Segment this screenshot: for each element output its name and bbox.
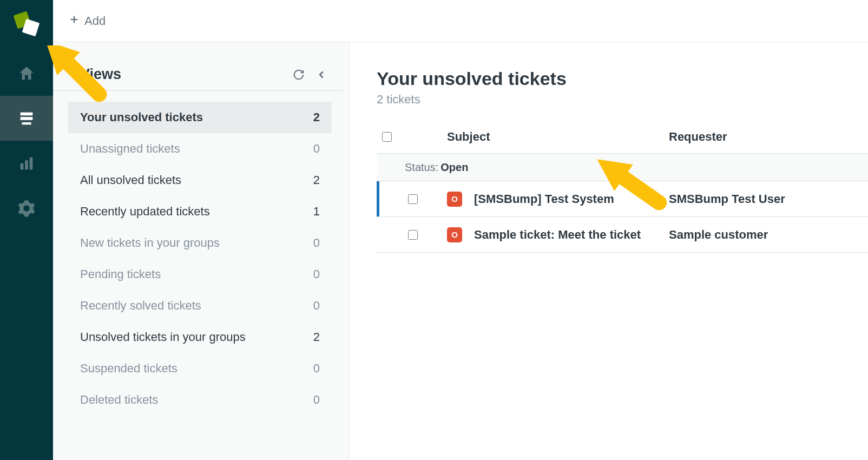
status-badge: O <box>447 192 462 207</box>
view-label: New tickets in your groups <box>80 236 220 250</box>
table-header: Subject Requester <box>377 121 868 153</box>
nav-admin[interactable] <box>0 186 53 231</box>
svg-rect-3 <box>21 163 24 169</box>
views-header: Views <box>53 55 343 91</box>
brand-logo <box>12 11 41 40</box>
ticket-checkbox[interactable] <box>408 194 418 204</box>
ticket-checkbox-cell <box>377 228 447 241</box>
view-label: Suspended tickets <box>80 362 177 376</box>
main-content: Your unsolved tickets 2 tickets Subject … <box>350 42 868 460</box>
views-panel: Views Your unsolved tickets2Unassigned t… <box>53 42 350 460</box>
view-count: 0 <box>313 267 320 281</box>
view-row[interactable]: Suspended tickets0 <box>68 353 332 384</box>
ticket-checkbox-cell <box>377 193 447 206</box>
view-label: All unsolved tickets <box>80 173 181 187</box>
view-row[interactable]: Deleted tickets0 <box>68 384 332 416</box>
view-count: 0 <box>313 299 320 313</box>
page-title: Your unsolved tickets <box>377 68 868 89</box>
status-badge: O <box>447 227 462 242</box>
ticket-row[interactable]: OSample ticket: Meet the ticketSample cu… <box>377 217 868 253</box>
ticket-subject: [SMSBump] Test System <box>474 192 614 206</box>
ticket-requester: Sample customer <box>669 228 768 241</box>
ticket-requester: SMSBump Test User <box>669 192 785 206</box>
view-list: Your unsolved tickets2Unassigned tickets… <box>53 102 349 416</box>
view-row[interactable]: Pending tickets0 <box>68 259 332 290</box>
view-label: Unassigned tickets <box>80 142 180 156</box>
view-row[interactable]: All unsolved tickets2 <box>68 165 332 196</box>
view-row[interactable]: New tickets in your groups0 <box>68 227 332 259</box>
view-count: 0 <box>313 142 320 156</box>
nav-views[interactable] <box>0 96 53 141</box>
view-row[interactable]: Unassigned tickets0 <box>68 133 332 165</box>
view-row[interactable]: Recently solved tickets0 <box>68 290 332 321</box>
refresh-icon[interactable] <box>293 69 305 81</box>
view-label: Pending tickets <box>80 267 161 281</box>
ticket-requester-cell: Sample customer <box>669 228 868 242</box>
view-label: Recently solved tickets <box>80 299 201 313</box>
ticket-row[interactable]: O[SMSBump] Test SystemSMSBump Test User <box>377 181 868 217</box>
plus-icon <box>68 14 80 29</box>
select-all-checkbox[interactable] <box>382 132 392 142</box>
topbar: Add <box>53 0 868 42</box>
view-row[interactable]: Your unsolved tickets2 <box>68 102 332 133</box>
ticket-subject-cell: OSample ticket: Meet the ticket <box>447 227 669 242</box>
view-count: 0 <box>313 393 320 407</box>
ticket-list: O[SMSBump] Test SystemSMSBump Test UserO… <box>377 181 868 253</box>
svg-rect-2 <box>22 122 31 124</box>
select-all-cell <box>377 130 447 143</box>
svg-rect-4 <box>25 160 28 169</box>
view-label: Your unsolved tickets <box>80 110 203 124</box>
views-title: Views <box>80 66 121 83</box>
view-label: Recently updated tickets <box>80 205 210 219</box>
ticket-subject-cell: O[SMSBump] Test System <box>447 192 669 207</box>
ticket-count: 2 tickets <box>377 93 868 107</box>
view-label: Deleted tickets <box>80 393 158 407</box>
view-row[interactable]: Unsolved tickets in your groups2 <box>68 321 332 353</box>
group-label: Status: <box>405 161 438 174</box>
add-label: Add <box>84 14 106 28</box>
view-count: 0 <box>313 362 320 376</box>
nav-rail <box>0 0 53 460</box>
view-count: 0 <box>313 236 320 250</box>
add-button[interactable]: Add <box>68 14 106 29</box>
nav-reports[interactable] <box>0 141 53 186</box>
svg-rect-1 <box>21 117 33 120</box>
group-value: Open <box>440 161 468 174</box>
view-count: 2 <box>313 330 320 344</box>
view-label: Unsolved tickets in your groups <box>80 330 246 344</box>
view-row[interactable]: Recently updated tickets1 <box>68 196 332 227</box>
column-subject[interactable]: Subject <box>447 130 669 144</box>
ticket-requester-cell: SMSBump Test User <box>669 192 868 206</box>
group-row: Status: Open <box>377 153 868 181</box>
view-count: 2 <box>313 110 320 124</box>
view-count: 1 <box>313 205 320 219</box>
ticket-checkbox[interactable] <box>408 230 418 240</box>
collapse-icon[interactable] <box>315 69 327 81</box>
column-requester[interactable]: Requester <box>669 130 868 144</box>
svg-rect-0 <box>21 112 33 115</box>
ticket-subject: Sample ticket: Meet the ticket <box>474 228 641 242</box>
nav-home[interactable] <box>0 51 53 96</box>
view-count: 2 <box>313 173 320 187</box>
svg-rect-5 <box>30 157 33 169</box>
